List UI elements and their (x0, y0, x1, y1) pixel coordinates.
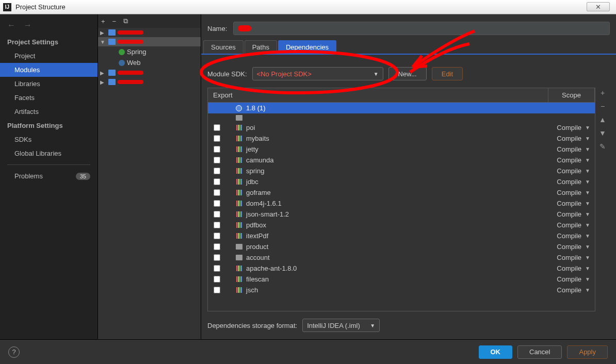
export-checkbox[interactable] (214, 157, 220, 163)
nav-item-artifacts[interactable]: Artifacts (0, 105, 98, 119)
nav-item-facets[interactable]: Facets (0, 91, 98, 105)
chevron-down-icon[interactable]: ▼ (582, 179, 593, 185)
expand-arrow-icon[interactable]: ▶ (100, 70, 106, 76)
export-checkbox[interactable] (214, 189, 220, 196)
dependency-row[interactable] (208, 113, 595, 122)
module-sdk-combobox[interactable]: <No Project SDK> ▼ (252, 67, 383, 80)
chevron-down-icon[interactable]: ▼ (582, 276, 593, 282)
nav-problems[interactable]: Problems 35 (0, 169, 98, 183)
export-checkbox[interactable] (214, 168, 220, 174)
apply-button[interactable]: Apply (567, 345, 608, 359)
dependency-scope[interactable]: Compile (541, 254, 582, 261)
dependency-row[interactable]: json-smart-1.2Compile▼ (208, 209, 595, 220)
chevron-down-icon[interactable]: ▼ (582, 157, 593, 163)
dependency-row[interactable]: dom4j-1.6.1Compile▼ (208, 198, 595, 209)
dependency-scope[interactable]: Compile (541, 210, 582, 218)
dependency-row[interactable]: 1.8 (1) (208, 103, 595, 113)
nav-item-project[interactable]: Project (0, 49, 98, 63)
dependency-row[interactable]: jettyCompile▼ (208, 144, 595, 155)
dependency-scope[interactable]: Compile (541, 178, 582, 186)
module-name-input[interactable] (233, 22, 610, 35)
export-checkbox[interactable] (214, 178, 220, 185)
export-checkbox[interactable] (214, 254, 220, 261)
dependency-scope[interactable]: Compile (541, 275, 582, 283)
dependency-scope[interactable]: Compile (541, 135, 582, 142)
chevron-down-icon[interactable]: ▼ (582, 190, 593, 195)
sdk-edit-button[interactable]: Edit (432, 67, 463, 80)
window-close-button[interactable]: ✕ (587, 2, 610, 11)
export-checkbox[interactable] (214, 287, 220, 293)
col-export[interactable]: Export (208, 88, 548, 102)
dependency-row[interactable]: goframeCompile▼ (208, 187, 595, 198)
dependency-scope[interactable]: Compile (541, 167, 582, 175)
tree-module[interactable]: ▶ (98, 28, 201, 37)
dep-down-icon[interactable]: ▼ (599, 129, 606, 137)
chevron-down-icon[interactable]: ▼ (582, 233, 593, 239)
tree-facet-web[interactable]: Web (98, 57, 201, 68)
dependency-row[interactable]: poiCompile▼ (208, 122, 595, 133)
dependency-row[interactable]: springCompile▼ (208, 166, 595, 176)
tab-paths[interactable]: Paths (245, 40, 277, 54)
dep-up-icon[interactable]: ▲ (599, 115, 606, 124)
dependency-scope[interactable]: Compile (541, 232, 582, 240)
dependency-scope[interactable]: Compile (541, 243, 582, 251)
export-checkbox[interactable] (214, 276, 220, 283)
tree-copy-icon[interactable]: ⧉ (123, 17, 128, 25)
storage-combobox[interactable]: IntelliJ IDEA (.iml) ▼ (302, 319, 380, 332)
export-checkbox[interactable] (214, 135, 220, 142)
export-checkbox[interactable] (214, 243, 220, 250)
tree-module[interactable]: ▶ (98, 77, 201, 87)
chevron-down-icon[interactable]: ▼ (582, 201, 593, 206)
dependency-scope[interactable]: Compile (541, 286, 582, 294)
expand-arrow-icon[interactable]: ▶ (100, 79, 106, 85)
chevron-down-icon[interactable]: ▼ (582, 255, 593, 260)
tree-module[interactable]: ▶ (98, 68, 201, 77)
chevron-down-icon[interactable]: ▼ (582, 211, 593, 217)
export-checkbox[interactable] (214, 222, 220, 228)
expand-arrow-icon[interactable]: ▶ (100, 30, 106, 36)
chevron-down-icon[interactable]: ▼ (582, 125, 593, 130)
chevron-down-icon[interactable]: ▼ (582, 287, 593, 293)
col-scope[interactable]: Scope (548, 88, 595, 102)
tree-facet-spring[interactable]: Spring (98, 46, 201, 57)
dependency-row[interactable]: jschCompile▼ (208, 285, 595, 295)
tree-module[interactable]: ▼ (98, 37, 201, 46)
export-checkbox[interactable] (214, 146, 220, 153)
dep-edit-icon[interactable]: ✎ (599, 142, 606, 151)
chevron-down-icon[interactable]: ▼ (582, 146, 593, 152)
dependency-row[interactable]: camundaCompile▼ (208, 155, 595, 166)
dependency-row[interactable]: filescanCompile▼ (208, 274, 595, 285)
chevron-down-icon[interactable]: ▼ (582, 266, 593, 271)
chevron-down-icon[interactable]: ▼ (582, 244, 593, 250)
tree-add-icon[interactable]: + (101, 18, 105, 25)
chevron-down-icon[interactable]: ▼ (582, 136, 593, 141)
dependency-scope[interactable]: Compile (541, 124, 582, 131)
export-checkbox[interactable] (214, 211, 220, 218)
nav-item-global libraries[interactable]: Global Libraries (0, 146, 98, 160)
dependency-row[interactable]: jdbcCompile▼ (208, 176, 595, 187)
dependency-row[interactable]: pdfboxCompile▼ (208, 220, 595, 230)
dependency-row[interactable]: accountCompile▼ (208, 252, 595, 263)
nav-back-icon[interactable]: ← (7, 21, 15, 29)
help-button[interactable]: ? (8, 346, 20, 358)
dep-add-icon[interactable]: + (601, 89, 605, 97)
nav-forward-icon[interactable]: → (24, 21, 32, 29)
dependency-row[interactable]: itextPdfCompile▼ (208, 230, 595, 241)
tree-remove-icon[interactable]: − (112, 18, 117, 25)
export-checkbox[interactable] (214, 233, 220, 239)
nav-item-libraries[interactable]: Libraries (0, 77, 98, 91)
dependency-scope[interactable]: Compile (541, 264, 582, 272)
nav-item-modules[interactable]: Modules (0, 63, 98, 77)
ok-button[interactable]: OK (479, 345, 513, 359)
dependency-row[interactable]: mybaitsCompile▼ (208, 133, 595, 144)
tab-sources[interactable]: Sources (203, 40, 244, 54)
sdk-new-button[interactable]: New... (388, 67, 427, 80)
dependency-row[interactable]: productCompile▼ (208, 241, 595, 252)
dependency-scope[interactable]: Compile (541, 221, 582, 229)
export-checkbox[interactable] (214, 200, 220, 207)
dep-remove-icon[interactable]: − (601, 102, 605, 110)
export-checkbox[interactable] (214, 265, 220, 272)
dependencies-body[interactable]: 1.8 (1)poiCompile▼mybaitsCompile▼jettyCo… (208, 103, 595, 311)
tab-dependencies[interactable]: Dependencies (278, 40, 336, 54)
chevron-down-icon[interactable]: ▼ (582, 168, 593, 174)
